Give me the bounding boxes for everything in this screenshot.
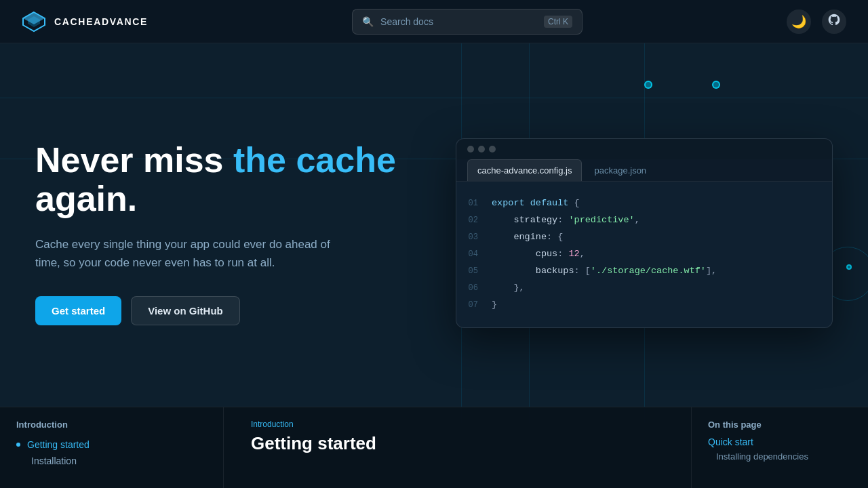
sidebar-item-getting-started-label: Getting started [27, 439, 90, 450]
intro-label: Introduction [251, 420, 664, 429]
code-line-1: 01 export default { [456, 195, 832, 212]
line-num-1: 01 [456, 197, 492, 210]
sidebar-heading: Introduction [16, 420, 207, 430]
moon-icon: 🌙 [791, 14, 806, 29]
line-content-7: } [492, 298, 497, 313]
tab-config-js[interactable]: cache-advance.config.js [467, 159, 582, 181]
hero-title: Never miss the cache again. [35, 141, 415, 218]
on-page-heading: On this page [708, 420, 852, 430]
line-num-2: 02 [456, 214, 492, 227]
view-on-github-button[interactable]: View on GitHub [131, 296, 240, 325]
code-panel: cache-advance.config.js package.json 01 … [456, 138, 833, 328]
hero-subtitle: Cache every single thing your app could … [35, 235, 334, 272]
search-shortcut: Ctrl K [544, 16, 572, 28]
sidebar-section: Introduction Getting started Installatio… [0, 407, 224, 488]
bg-line-h1 [0, 98, 868, 98]
line-num-6: 06 [456, 281, 492, 295]
content-title: Getting started [251, 433, 664, 454]
code-line-3: 03 engine: { [456, 229, 832, 246]
on-page-link-quick-start[interactable]: Quick start [708, 436, 852, 447]
logo-icon [22, 9, 46, 34]
get-started-button[interactable]: Get started [35, 296, 121, 325]
on-page-link-installing-dependencies[interactable]: Installing dependencies [708, 451, 852, 462]
window-dot-3 [489, 146, 496, 152]
code-line-4: 04 cpus: 12, [456, 246, 832, 263]
search-icon: 🔍 [362, 16, 374, 27]
on-page-section: On this page Quick start Installing depe… [692, 407, 868, 488]
window-titlebar [456, 139, 832, 159]
code-body: 01 export default { 02 strategy: 'predic… [456, 182, 832, 327]
line-content-1: export default { [492, 196, 580, 211]
search-placeholder: Search docs [380, 16, 537, 27]
window-dot-2 [478, 146, 485, 152]
tab-package-json[interactable]: package.json [585, 160, 656, 181]
code-line-7: 07 } [456, 297, 832, 314]
hero-content: Never miss the cache again. Cache every … [35, 141, 415, 325]
code-line-6: 06 }, [456, 280, 832, 297]
line-num-5: 05 [456, 264, 492, 278]
search-bar[interactable]: 🔍 Search docs Ctrl K [352, 9, 583, 35]
hero-title-start: Never miss [35, 140, 233, 180]
theme-toggle-button[interactable]: 🌙 [787, 9, 811, 34]
sidebar-item-getting-started[interactable]: Getting started [16, 436, 207, 453]
github-icon [827, 13, 841, 30]
line-content-3: engine: { [492, 230, 563, 245]
line-num-7: 07 [456, 298, 492, 312]
navbar: CACHEADVANCE 🔍 Search docs Ctrl K 🌙 [0, 0, 868, 43]
main-content-section: Introduction Getting started [224, 407, 692, 488]
hero-section: Never miss the cache again. Cache every … [0, 43, 868, 423]
line-num-4: 04 [456, 247, 492, 261]
bottom-bar: Introduction Getting started Installatio… [0, 407, 868, 488]
bg-dot-4 [846, 264, 852, 270]
hero-title-highlight: the cache [233, 140, 396, 180]
nav-left: CACHEADVANCE [22, 9, 148, 34]
sidebar-item-installation[interactable]: Installation [16, 453, 207, 469]
line-content-6: }, [492, 281, 525, 296]
hero-title-end: again. [35, 179, 137, 218]
window-dot-1 [467, 146, 474, 152]
svg-marker-2 [23, 12, 45, 24]
nav-right: 🌙 [787, 9, 846, 34]
brand-name: CACHEADVANCE [54, 16, 148, 27]
line-content-5: backups: ['./storage/cache.wtf'], [492, 264, 717, 279]
github-button[interactable] [822, 9, 846, 34]
line-num-3: 03 [456, 230, 492, 244]
line-content-2: strategy: 'predictive', [492, 213, 640, 228]
code-line-2: 02 strategy: 'predictive', [456, 212, 832, 229]
sidebar-item-installation-label: Installation [31, 455, 77, 466]
bg-dot-1 [644, 81, 652, 89]
code-line-5: 05 backups: ['./storage/cache.wtf'], [456, 263, 832, 280]
hero-buttons: Get started View on GitHub [35, 296, 415, 325]
code-tabs: cache-advance.config.js package.json [456, 159, 832, 182]
bg-dot-2 [712, 81, 720, 89]
line-content-4: cpus: 12, [492, 247, 585, 262]
